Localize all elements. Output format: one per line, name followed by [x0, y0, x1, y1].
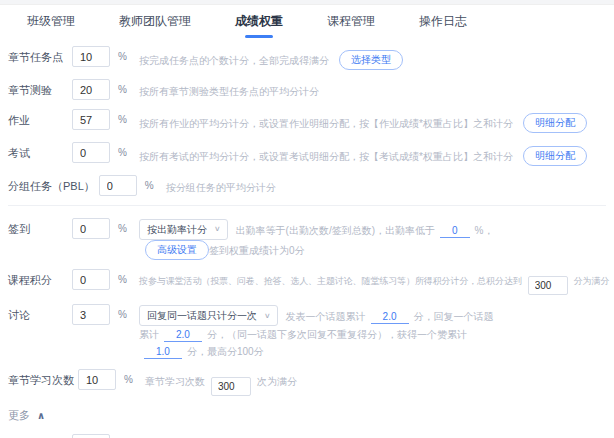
exam-desc: 按所有考试的平均分计分，或设置考试明细分配，按【考试成绩*权重占比】之和计分明细… [139, 142, 587, 166]
discussion-desc: 回复同一话题只计分一次∨发表一个话题累计2.0分，回复一个话题累计2.0分，（同… [139, 304, 499, 360]
chapter-task-weight-input[interactable] [72, 46, 110, 67]
tab-teacher-team[interactable]: 教师团队管理 [119, 5, 191, 38]
section-divider [8, 205, 606, 206]
row-sign-in: 签到 % 按出勤率计分∨出勤率等于(出勤次数/签到总数)，出勤率低于0%，高级设… [8, 218, 606, 260]
tab-operation-log[interactable]: 操作日志 [419, 5, 467, 38]
chapter-visits-desc-text-1: 章节学习次数 [145, 376, 205, 387]
like-points-value[interactable]: 1.0 [144, 345, 182, 359]
chapter-visits-weight-input[interactable] [78, 369, 116, 390]
reply-points-value[interactable]: 2.0 [164, 328, 202, 342]
chapter-quiz-label: 章节测验 [8, 79, 72, 98]
percent-unit: % [118, 114, 139, 125]
course-points-max-input[interactable] [528, 276, 568, 295]
group-task-label: 分组任务（PBL） [8, 175, 99, 194]
course-points-label: 课程积分 [8, 269, 72, 288]
more-toggle-label: 更多 [8, 408, 30, 423]
attendance-method-value: 按出勤率计分 [147, 221, 207, 238]
sign-in-label: 签到 [8, 218, 72, 237]
homework-weight-input[interactable] [72, 109, 110, 130]
percent-unit: % [124, 374, 145, 385]
exam-label: 考试 [8, 142, 72, 161]
sign-in-desc-text-1: 出勤率等于(出勤次数/签到总数)，出勤率低于 [236, 225, 435, 236]
group-task-desc: 按分组任务的平均分计分 [166, 175, 276, 196]
chapter-task-desc-text: 按完成任务点的个数计分，全部完成得满分 [139, 55, 329, 66]
chevron-up-icon: ∧ [37, 410, 45, 421]
row-homework: 作业 % 按所有作业的平均分计分，或设置作业明细分配，按【作业成绩*权重占比】之… [8, 109, 606, 133]
sign-in-desc: 按出勤率计分∨出勤率等于(出勤次数/签到总数)，出勤率低于0%，高级设置签到权重… [139, 218, 539, 260]
more-toggle[interactable]: 更多 ∧ [8, 408, 45, 423]
discussion-desc-text-1: 发表一个话题累计 [286, 311, 366, 322]
chapter-quiz-desc: 按所有章节测验类型任务点的平均分计分 [139, 79, 319, 100]
discussion-desc-text-4: 分，最高分100分 [187, 346, 264, 357]
course-points-weight-input[interactable] [72, 269, 110, 290]
percent-unit: % [118, 147, 139, 158]
homework-detail-button[interactable]: 明细分配 [523, 113, 587, 133]
percent-unit: % [118, 309, 139, 320]
chapter-task-desc: 按完成任务点的个数计分，全部完成得满分选择类型 [139, 46, 403, 70]
discussion-desc-text-3: 分，（同一话题下多次回复不重复得分），获得一个赞累计 [207, 329, 467, 340]
homework-desc-text: 按所有作业的平均分计分，或设置作业明细分配，按【作业成绩*权重占比】之和计分 [139, 118, 513, 129]
chapter-visits-desc: 章节学习次数次为满分 [145, 369, 297, 396]
percent-unit: % [118, 51, 139, 62]
choose-type-button[interactable]: 选择类型 [339, 50, 403, 70]
chapter-task-point-label: 章节任务点 [8, 46, 72, 65]
tab-bar: 班级管理 教师团队管理 成绩权重 课程管理 操作日志 [0, 5, 614, 38]
chevron-down-icon: ∨ [264, 309, 271, 323]
reading-weight-input[interactable] [72, 434, 110, 438]
topic-post-points-value[interactable]: 2.0 [371, 310, 409, 324]
exam-desc-text: 按所有考试的平均分计分，或设置考试明细分配，按【考试成绩*权重占比】之和计分 [139, 151, 513, 162]
row-chapter-visits: 章节学习次数 % 章节学习次数次为满分 [8, 369, 606, 396]
percent-unit: % [118, 223, 139, 234]
exam-weight-input[interactable] [72, 142, 110, 163]
exam-detail-button[interactable]: 明细分配 [523, 146, 587, 166]
row-chapter-task-point: 章节任务点 % 按完成任务点的个数计分，全部完成得满分选择类型 [8, 46, 606, 70]
homework-label: 作业 [8, 109, 72, 128]
tab-class-management[interactable]: 班级管理 [27, 5, 75, 38]
discussion-label: 讨论 [8, 304, 72, 323]
row-group-task-pbl: 分组任务（PBL） % 按分组任务的平均分计分 [8, 175, 606, 196]
chapter-visits-desc-text-2: 次为满分 [257, 376, 297, 387]
advanced-settings-button[interactable]: 高级设置 [145, 240, 209, 260]
course-points-desc: 按参与课堂活动（投票、问卷、抢答、选人、主题讨论、随堂练习等）所得积分计分，总积… [139, 269, 614, 295]
group-task-weight-input[interactable] [99, 175, 137, 196]
sign-in-desc-text-2: %， [475, 225, 494, 236]
reading-label: 阅读 [8, 434, 72, 438]
sign-in-weight-input[interactable] [72, 218, 110, 239]
homework-desc: 按所有作业的平均分计分，或设置作业明细分配，按【作业成绩*权重占比】之和计分明细… [139, 109, 587, 133]
course-points-desc-text-1: 按参与课堂活动（投票、问卷、抢答、选人、主题讨论、随堂练习等）所得积分计分，总积… [139, 276, 522, 286]
row-chapter-quiz: 章节测验 % 按所有章节测验类型任务点的平均分计分 [8, 79, 606, 100]
discussion-scoring-value: 回复同一话题只计分一次 [147, 307, 257, 324]
percent-unit: % [145, 180, 166, 191]
percent-unit: % [118, 274, 139, 285]
row-exam: 考试 % 按所有考试的平均分计分，或设置考试明细分配，按【考试成绩*权重占比】之… [8, 142, 606, 166]
discussion-weight-input[interactable] [72, 304, 110, 325]
sign-in-desc-text-3: 签到权重成绩计为0分 [209, 245, 305, 256]
course-points-desc-text-2: 分为满分 [574, 276, 610, 286]
row-discussion: 讨论 % 回复同一话题只计分一次∨发表一个话题累计2.0分，回复一个话题累计2.… [8, 304, 606, 360]
percent-unit: % [118, 84, 139, 95]
tab-grade-weight[interactable]: 成绩权重 [235, 5, 283, 38]
row-reading: 阅读 % 按阅读课程中阅读材料的时长计分，总时长达到分钟为满分i [8, 434, 606, 438]
tab-course-management[interactable]: 课程管理 [327, 5, 375, 38]
attendance-method-select[interactable]: 按出勤率计分∨ [139, 219, 228, 240]
attendance-threshold-value[interactable]: 0 [440, 224, 470, 238]
chapter-visits-max-input[interactable] [211, 377, 251, 396]
reading-desc: 按阅读课程中阅读材料的时长计分，总时长达到分钟为满分i [139, 434, 469, 438]
row-course-points: 课程积分 % 按参与课堂活动（投票、问卷、抢答、选人、主题讨论、随堂练习等）所得… [8, 269, 606, 295]
chevron-down-icon: ∨ [214, 223, 221, 237]
chapter-visits-label: 章节学习次数 [8, 369, 78, 388]
chapter-quiz-weight-input[interactable] [72, 79, 110, 100]
discussion-scoring-select[interactable]: 回复同一话题只计分一次∨ [139, 305, 278, 326]
grade-weight-form: 章节任务点 % 按完成任务点的个数计分，全部完成得满分选择类型 章节测验 % 按… [0, 38, 614, 438]
